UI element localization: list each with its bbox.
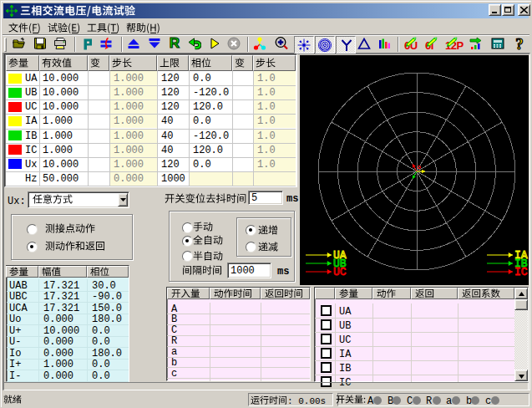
svg-text:IC: IC xyxy=(514,266,528,278)
svg-text:UC: UC xyxy=(333,266,347,278)
